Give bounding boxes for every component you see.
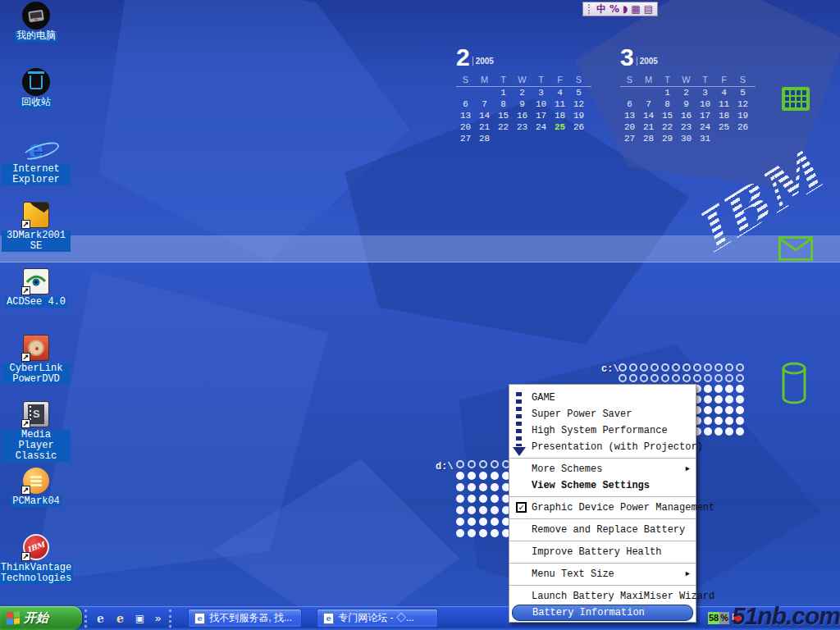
disk-usage-dot <box>640 363 648 372</box>
disk-d-label: d:\ <box>436 461 454 472</box>
desktop-icon-label: 回收站 <box>20 98 52 108</box>
disk-usage-dot <box>725 385 733 393</box>
calendar-day <box>714 133 733 144</box>
ime-language-icon[interactable]: 中 <box>596 3 606 15</box>
disk-usage-dot <box>651 363 659 372</box>
shortcut-arrow-icon: ↗ <box>21 552 30 561</box>
disk-usage-dot <box>714 363 723 372</box>
calendar-march: 3 2005 SMTWTFS 1234567891011121314151617… <box>620 45 756 144</box>
disk-usage-dot <box>725 406 733 414</box>
desktop-icon-my-computer[interactable]: 我的电脑 <box>2 2 71 68</box>
desktop-icon-internet-explorer[interactable]: e Internet Explorer <box>2 135 71 201</box>
desktop-icon-thinkvantage[interactable]: IBM ↗ ThinkVantage Technologies <box>2 533 71 600</box>
calendar-day: 25 <box>550 121 569 133</box>
submenu-arrow-icon: ► <box>686 566 690 582</box>
desktop-icon-media-player-classic[interactable]: ↗ Media Player Classic <box>2 400 71 467</box>
menu-separator <box>509 541 696 541</box>
calendar-day: 21 <box>639 121 658 133</box>
disk-usage-dot <box>479 518 487 526</box>
disk-usage-dot <box>468 495 476 503</box>
menu-item-super-power-saver[interactable]: Super Power Saver <box>509 406 696 422</box>
calendar-day: 27 <box>456 133 475 144</box>
desktop-icon-powerdvd[interactable]: ↗ CyberLink PowerDVD <box>2 334 71 400</box>
calendar-day: 19 <box>733 110 752 121</box>
calendar-day: 24 <box>532 121 550 133</box>
recycle-bin-icon <box>21 68 51 96</box>
quick-launch-chevron[interactable]: » <box>155 612 161 624</box>
menu-item-launch-battery-maximiser-wizard[interactable]: Launch Battery MaxiMiser Wizard <box>509 588 696 605</box>
calendar-day-grid: 1234567891011121314151617181920212223242… <box>456 87 591 144</box>
menu-item-graphic-device-power-management[interactable]: ✓ Graphic Device Power Management <box>509 500 696 516</box>
desktop-icon-pcmark04[interactable]: ↗ PCMark04 <box>2 467 71 533</box>
ime-fullwidth-icon[interactable]: ◗ <box>623 3 628 15</box>
filmstrip-icon: ↗ <box>21 400 51 428</box>
taskbar-button-label: 找不到服务器, 找... <box>209 611 292 625</box>
language-bar-grip[interactable] <box>588 4 591 14</box>
start-button-label: 开始 <box>24 610 48 626</box>
3dmark-icon: ↗ <box>21 201 51 229</box>
battery-cylinder-icon <box>778 361 810 405</box>
quick-launch-ie-icon[interactable]: e <box>94 611 107 625</box>
calendar-day: 27 <box>620 133 639 144</box>
quick-launch-mail-icon[interactable]: e <box>113 611 127 625</box>
shortcut-arrow-icon: ↗ <box>21 353 30 362</box>
disk-usage-dot <box>725 427 733 436</box>
menu-item-battery-information[interactable]: Battery Information <box>512 605 693 621</box>
language-bar[interactable]: 中 % ◗ ▦ ▤ <box>582 2 658 16</box>
taskbar-window-button-forum[interactable]: e 专门网论坛 - ◇... <box>317 609 438 628</box>
menu-item-improve-battery-health[interactable]: Improve Battery Health <box>509 544 696 560</box>
disk-usage-dot <box>682 363 691 372</box>
disk-usage-dot <box>468 472 476 480</box>
disk-usage-dot <box>629 363 637 372</box>
taskbar-window-button-server-not-found[interactable]: e 找不到服务器, 找... <box>188 609 302 628</box>
menu-item-high-system-performance[interactable]: High System Performance <box>509 422 696 439</box>
desktop-icon-acdsee[interactable]: ↗ ACDSee 4.0 <box>2 267 71 334</box>
calendar-day: 20 <box>456 121 475 133</box>
disk-usage-dot <box>725 417 733 425</box>
start-button[interactable]: 开始 <box>0 606 82 630</box>
quick-launch-grip[interactable] <box>84 609 88 628</box>
menu-item-more-schemes[interactable]: More Schemes ► <box>509 461 696 477</box>
calendar-day: 6 <box>456 98 475 110</box>
disk-usage-dot <box>640 374 648 382</box>
calendar-day: 13 <box>456 110 475 121</box>
calendar-day: 24 <box>696 121 714 133</box>
tray-red-icon[interactable] <box>733 614 742 623</box>
weekday-label: M <box>475 75 494 84</box>
desktop-icon-label: CyberLink PowerDVD <box>2 363 71 385</box>
battery-meter-tray-icon[interactable]: 58 % <box>708 612 729 624</box>
menu-item-game[interactable]: GAME <box>509 390 696 406</box>
calendar-day: 26 <box>569 121 588 133</box>
menu-item-remove-and-replace-battery[interactable]: Remove and Replace Battery <box>509 522 696 538</box>
disk-usage-dot <box>651 374 659 382</box>
weekday-label: T <box>532 75 550 84</box>
disk-usage-dot <box>725 395 733 404</box>
calendar-day: 11 <box>714 98 733 110</box>
taskband-grip[interactable] <box>169 609 172 628</box>
ime-pad-icon[interactable]: ▤ <box>644 3 653 15</box>
menu-item-view-scheme-settings[interactable]: View Scheme Settings <box>509 477 696 494</box>
calendar-day: 28 <box>639 133 658 144</box>
weekday-label: F <box>714 75 733 84</box>
menu-item-presentation[interactable]: Presentation (with Projector) <box>509 439 696 455</box>
ime-keyboard-icon[interactable]: ▦ <box>631 3 640 15</box>
ime-inputstyle-icon[interactable]: % <box>609 3 619 15</box>
calendar-day: 13 <box>620 110 639 121</box>
desktop[interactable]: 中 % ◗ ▦ ▤ 2 2005 SMTWTFS 123456789101112… <box>0 0 840 630</box>
show-desktop-icon[interactable]: ▣ <box>133 611 147 625</box>
menu-item-menu-text-size[interactable]: Menu Text Size ► <box>509 566 696 582</box>
system-tray[interactable]: 58 % <box>708 606 840 630</box>
ie-page-icon: e <box>194 613 205 624</box>
ie-page-icon: e <box>323 613 334 624</box>
desktop-icon-label: 我的电脑 <box>15 31 57 42</box>
calendar-day <box>494 133 513 144</box>
disk-usage-dot <box>704 417 712 425</box>
calendar-day: 30 <box>677 133 696 144</box>
desktop-icon-recycle-bin[interactable]: 回收站 <box>2 68 71 135</box>
checkbox-checked-icon[interactable]: ✓ <box>516 502 527 513</box>
powerdvd-disc-icon: ↗ <box>21 334 51 362</box>
desktop-icon-3dmark2001[interactable]: ↗ 3DMark2001 SE <box>2 201 71 267</box>
disk-usage-dot <box>479 472 487 480</box>
calendar-day: 10 <box>696 98 714 110</box>
disk-usage-dot <box>468 460 476 468</box>
